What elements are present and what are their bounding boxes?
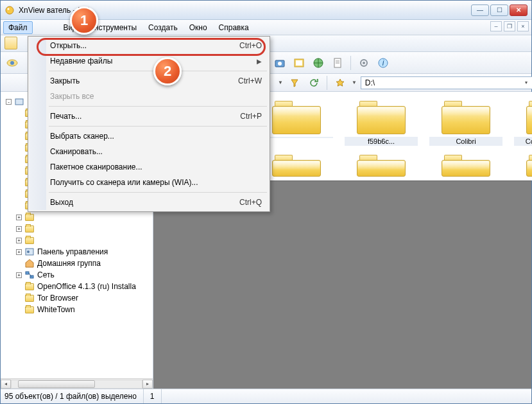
folder-thumbnail[interactable]: f59b6c... xyxy=(345,98,418,146)
toolbar-eye-icon[interactable] xyxy=(4,55,20,71)
filter-icon[interactable] xyxy=(287,75,302,91)
fav-dropdown-icon[interactable]: ▼ xyxy=(352,80,357,85)
status-selection-count: 1 xyxy=(150,389,162,403)
tree-node[interactable]: + xyxy=(6,211,150,223)
folder-thumbnail[interactable] xyxy=(514,152,532,178)
menu-create[interactable]: Создать xyxy=(143,21,183,34)
folder-icon xyxy=(24,293,35,303)
tree-twister xyxy=(16,157,22,162)
mdi-restore[interactable]: ❐ xyxy=(504,21,515,31)
tree-node-label: OpenOffice 4.1.3 (ru) Installa xyxy=(37,282,136,291)
scroll-left-button[interactable]: ◂ xyxy=(1,380,11,389)
info-icon[interactable]: i xyxy=(375,55,391,71)
menu-item-label: Пакетное сканирование... xyxy=(50,162,142,171)
menu-item-label: Открыть... xyxy=(50,41,87,50)
tree-twister[interactable]: + xyxy=(16,238,22,243)
menu-item-close-all: Закрыть все xyxy=(30,89,268,104)
refresh-icon[interactable] xyxy=(306,75,322,91)
svg-point-5 xyxy=(278,62,282,66)
folder-icon xyxy=(440,98,492,136)
menu-item-close[interactable]: Закрыть Ctrl+W xyxy=(30,73,268,89)
svg-point-13 xyxy=(363,62,365,64)
menu-item-scan[interactable]: Сканировать... xyxy=(30,144,268,159)
tree-twister[interactable]: + xyxy=(16,249,22,255)
capture-icon[interactable] xyxy=(291,55,307,71)
menu-item-print[interactable]: Печать... Ctrl+P xyxy=(30,109,268,124)
tree-node[interactable]: OpenOffice 4.1.3 (ru) Installa xyxy=(6,281,150,292)
nav-dropdown-icon[interactable]: ▼ xyxy=(278,80,283,85)
tree-twister xyxy=(16,284,22,290)
tree-twister xyxy=(16,110,22,116)
tabstrip-icon[interactable] xyxy=(4,37,17,49)
tree-node[interactable]: + xyxy=(6,223,150,234)
tree-twister[interactable]: + xyxy=(16,226,22,232)
tree-node[interactable]: Домашняя группа xyxy=(6,258,150,269)
thumbnail-label: f59b6c... xyxy=(345,137,418,146)
folder-icon xyxy=(356,152,407,178)
menu-item-select-scanner[interactable]: Выбрать сканер... xyxy=(30,128,268,144)
root-icon xyxy=(14,96,24,107)
folder-thumbnail[interactable] xyxy=(345,152,418,178)
tree-twister xyxy=(16,307,22,313)
statusbar: 95 объект(ов) / 1 файл(ов) выделено 1 xyxy=(1,389,531,403)
menu-separator xyxy=(49,192,267,193)
menu-item-wia[interactable]: Получить со сканера или камеры (WIA)... xyxy=(30,175,268,190)
address-dropdown-icon[interactable]: ▾ xyxy=(525,80,528,85)
address-bar[interactable]: D:\ xyxy=(361,76,532,89)
status-info: 95 объект(ов) / 1 файл(ов) выделено xyxy=(4,389,144,403)
minimize-button[interactable]: — xyxy=(471,4,489,16)
tree-twister xyxy=(16,203,22,209)
scroll-right-button[interactable]: ▸ xyxy=(142,380,153,389)
document-icon[interactable] xyxy=(330,55,345,71)
tree-node[interactable]: Tor Browser xyxy=(6,292,150,304)
favorite-icon[interactable] xyxy=(332,75,348,91)
folder-icon xyxy=(24,224,35,234)
menu-item-label: Сканировать... xyxy=(50,147,103,156)
tree-twister xyxy=(16,261,22,267)
menu-item-label: Недавние файлы xyxy=(50,57,112,66)
tree-node[interactable]: WhiteTown xyxy=(6,304,150,315)
scroll-track[interactable] xyxy=(11,380,142,389)
menu-item-batch-scan[interactable]: Пакетное сканирование... xyxy=(30,159,268,175)
folder-thumbnail[interactable] xyxy=(260,98,333,146)
folder-thumbnail[interactable]: ConvertXtoDVD xyxy=(514,98,532,146)
mdi-close[interactable]: × xyxy=(517,21,529,31)
toolbar-separator xyxy=(350,56,351,70)
tree-twister xyxy=(16,122,22,128)
tree-horizontal-scrollbar[interactable]: ◂ ▸ xyxy=(1,378,153,389)
annotation-callout-2: 2 xyxy=(153,57,182,85)
tree-twister xyxy=(16,295,22,301)
mdi-minimize[interactable]: – xyxy=(490,21,502,31)
menu-window[interactable]: Окно xyxy=(184,21,212,34)
folder-icon xyxy=(24,281,35,292)
menu-item-open[interactable]: Открыть... Ctrl+O xyxy=(30,38,268,53)
svg-point-3 xyxy=(10,61,14,65)
menu-separator xyxy=(49,126,267,127)
tree-node[interactable]: +Панель управления xyxy=(6,246,150,258)
menu-hidden[interactable] xyxy=(34,26,57,30)
menu-help[interactable]: Справка xyxy=(214,21,254,34)
menu-file[interactable]: Файл xyxy=(3,21,33,34)
folder-thumbnail[interactable] xyxy=(429,152,502,178)
tree-twister xyxy=(16,180,22,186)
svg-rect-19 xyxy=(26,272,29,274)
scroll-thumb[interactable] xyxy=(18,380,95,388)
tree-node[interactable]: + xyxy=(6,234,150,246)
tree-twister[interactable]: + xyxy=(16,272,22,278)
tree-twister[interactable]: - xyxy=(6,99,12,105)
cpl-icon xyxy=(24,247,35,257)
tree-twister[interactable]: + xyxy=(16,215,22,220)
menu-shortcut: Ctrl+Q xyxy=(239,198,262,207)
folder-thumbnail[interactable]: Colibri xyxy=(429,98,502,146)
folder-thumbnail[interactable] xyxy=(260,152,333,178)
camera-icon[interactable] xyxy=(272,55,287,71)
globe-icon[interactable] xyxy=(311,55,326,71)
gear-icon[interactable] xyxy=(356,55,372,71)
menu-item-exit[interactable]: Выход Ctrl+Q xyxy=(30,195,268,210)
folder-icon xyxy=(440,152,492,178)
tree-node[interactable]: +Сеть xyxy=(6,269,150,281)
menu-shortcut: Ctrl+O xyxy=(239,41,262,50)
menu-item-recent[interactable]: Недавние файлы ▶ xyxy=(30,53,268,69)
maximize-button[interactable]: ☐ xyxy=(490,4,508,16)
close-button[interactable]: ✕ xyxy=(510,4,528,16)
